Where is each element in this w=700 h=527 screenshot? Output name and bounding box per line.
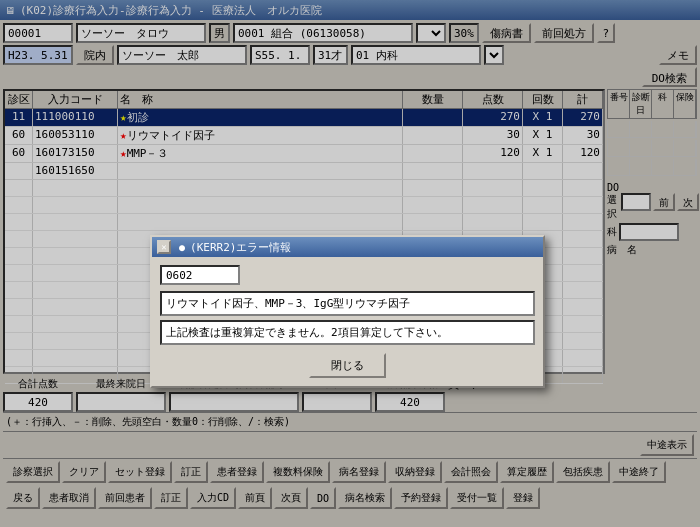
empty-row xyxy=(5,197,603,214)
col-quantity: 数量 xyxy=(403,91,463,108)
total-points-label: 合計点数 xyxy=(3,377,73,391)
title-bar-icon: 🖥 xyxy=(5,5,15,16)
date-field[interactable] xyxy=(3,45,73,65)
toolbar-uketsuke-btn[interactable]: 受付一覧 xyxy=(450,487,504,509)
table-row[interactable]: 11 111000110 ★初診 270 X 1 270 xyxy=(5,109,603,127)
initial-date-input[interactable] xyxy=(169,392,299,412)
cell-quantity xyxy=(403,109,463,126)
cell-shinku: 60 xyxy=(5,145,33,162)
percentage-display: 30% xyxy=(449,23,479,43)
right-panel: 番号 診断日 科 保険 xyxy=(607,89,697,374)
toolbar-kaikei-btn[interactable]: 会計照会 xyxy=(444,461,498,483)
modal-btn-row: 閉じる xyxy=(160,353,535,378)
toolbar-kanja-btn[interactable]: 患者登録 xyxy=(210,461,264,483)
col-banno: 番号 xyxy=(608,90,630,118)
col-code: 入力コード xyxy=(33,91,118,108)
patient-name-kanji-field[interactable] xyxy=(117,45,247,65)
cell-count: X 1 xyxy=(523,145,563,162)
total-points-input[interactable] xyxy=(3,392,73,412)
cell-name: ★リウマトイド因子 xyxy=(118,127,403,144)
cell-shinku xyxy=(5,163,33,179)
cell-total: 270 xyxy=(563,109,603,126)
toolbar-santei-btn[interactable]: 算定履歴 xyxy=(500,461,554,483)
table-header: 診区 入力コード 名 称 数量 点数 回数 計 xyxy=(5,91,603,109)
innai-button[interactable]: 院内 xyxy=(76,45,114,65)
cell-code: 160053110 xyxy=(33,127,118,144)
memo-button[interactable]: メモ xyxy=(659,45,697,65)
modal-message1: リウマトイド因子、MMP－3、IgG型リウマチ因子 xyxy=(160,291,535,316)
last-visit-input[interactable] xyxy=(76,392,166,412)
toolbar-touroku-btn[interactable]: 登録 xyxy=(506,487,540,509)
cell-count: X 1 xyxy=(523,109,563,126)
modal-title: (KERR2)エラー情報 xyxy=(190,240,291,255)
toolbar-multiple-btn[interactable]: 複数料保険 xyxy=(266,461,330,483)
col-ka: 科 xyxy=(652,90,674,118)
empty-row xyxy=(5,180,603,197)
do-search-button[interactable]: DO検索 xyxy=(642,67,697,87)
toolbar-input-cd-btn[interactable]: 入力CD xyxy=(190,487,236,509)
do-select-input[interactable] xyxy=(621,193,651,211)
toolbar-shinshitsu-btn[interactable]: 診察選択 xyxy=(6,461,60,483)
zenkaishosho-button[interactable]: 前回処方 xyxy=(534,23,594,43)
toolbar-yoyaku-btn[interactable]: 予約登録 xyxy=(394,487,448,509)
cell-quantity xyxy=(403,127,463,144)
toolbar-byomei-btn[interactable]: 病名登録 xyxy=(332,461,386,483)
status-bar: (＋：行挿入、－：削除、先頭空白・数量0：行削除、/：検索) xyxy=(3,412,697,431)
toolbar-next-page-btn[interactable]: 次頁 xyxy=(274,487,308,509)
toolbar-prev-page-btn[interactable]: 前頁 xyxy=(238,487,272,509)
toolbar-clear-btn[interactable]: クリア xyxy=(62,461,106,483)
department-field[interactable] xyxy=(351,45,481,65)
insurance-select[interactable] xyxy=(416,23,446,43)
right-table-row xyxy=(607,159,697,176)
table-row[interactable]: 160151650 xyxy=(5,163,603,180)
ka-input[interactable] xyxy=(619,223,679,241)
toolbar-chuto-btn[interactable]: 中途終了 xyxy=(612,461,666,483)
ka-label: 科 xyxy=(607,225,617,239)
toolbar-do-btn[interactable]: DO xyxy=(310,487,336,509)
shohou-button[interactable]: 傷病書 xyxy=(482,23,531,43)
cell-code: 160151650 xyxy=(33,163,118,179)
dob-field[interactable] xyxy=(250,45,310,65)
cell-count: X 1 xyxy=(523,127,563,144)
patient-id-field[interactable] xyxy=(3,23,73,43)
insurance-info-field[interactable] xyxy=(233,23,413,43)
window-title: (K02)診療行為入力-診療行為入力 - 医療法人 オルカ医院 xyxy=(20,3,322,18)
cell-points: 270 xyxy=(463,109,523,126)
modal-code-field[interactable] xyxy=(160,265,240,285)
right-table-header: 番号 診断日 科 保険 xyxy=(607,89,697,119)
do-prev-button[interactable]: 前 xyxy=(653,193,675,211)
toolbar-byomei-search-btn[interactable]: 病名検索 xyxy=(338,487,392,509)
patient-name-kana-field[interactable] xyxy=(76,23,206,43)
do-next-button[interactable]: 次 xyxy=(677,193,699,211)
title-bar: 🖥 (K02)診療行為入力-診療行為入力 - 医療法人 オルカ医院 xyxy=(0,0,700,20)
table-row[interactable]: 60 160173150 ★MMP－３ 120 X 1 120 xyxy=(5,145,603,163)
toolbar-correction-btn[interactable]: 訂正 xyxy=(174,461,208,483)
age-field[interactable] xyxy=(313,45,348,65)
print-button[interactable]: 中途表示 xyxy=(640,434,694,456)
today-total-input[interactable] xyxy=(375,392,445,412)
cell-total: 30 xyxy=(563,127,603,144)
toolbar-hokatu-btn[interactable]: 包括疾患 xyxy=(556,461,610,483)
right-table-row xyxy=(607,140,697,157)
table-row[interactable]: 60 160053110 ★リウマトイド因子 30 X 1 30 xyxy=(5,127,603,145)
cell-points: 120 xyxy=(463,145,523,162)
toolbar-teisei-btn[interactable]: 訂正 xyxy=(154,487,188,509)
toolbar-shuno-btn[interactable]: 収納登録 xyxy=(388,461,442,483)
help-button[interactable]: ? xyxy=(597,23,615,43)
cell-quantity xyxy=(403,163,463,179)
dept-select[interactable] xyxy=(484,45,504,65)
byomei-label: 病 名 xyxy=(607,243,637,257)
modal-close-icon-btn[interactable]: ✕ xyxy=(157,240,171,254)
toolbar-modoru-btn[interactable]: 戻る xyxy=(6,487,40,509)
modal-title-bar: ✕ ● (KERR2)エラー情報 xyxy=(152,237,543,257)
cell-total: 120 xyxy=(563,145,603,162)
modal-close-button[interactable]: 閉じる xyxy=(309,353,386,378)
toolbar-kanja-cancel-btn[interactable]: 患者取消 xyxy=(42,487,96,509)
toolbar-prev-kanja-btn[interactable]: 前回患者 xyxy=(98,487,152,509)
modal-body: リウマトイド因子、MMP－3、IgG型リウマチ因子 上記検査は重複算定できません… xyxy=(152,257,543,386)
toolbar-set-btn[interactable]: セット登録 xyxy=(108,461,172,483)
cell-shinku: 60 xyxy=(5,127,33,144)
unpaid-input[interactable] xyxy=(302,392,372,412)
cell-count xyxy=(523,163,563,179)
cell-name xyxy=(118,163,403,179)
